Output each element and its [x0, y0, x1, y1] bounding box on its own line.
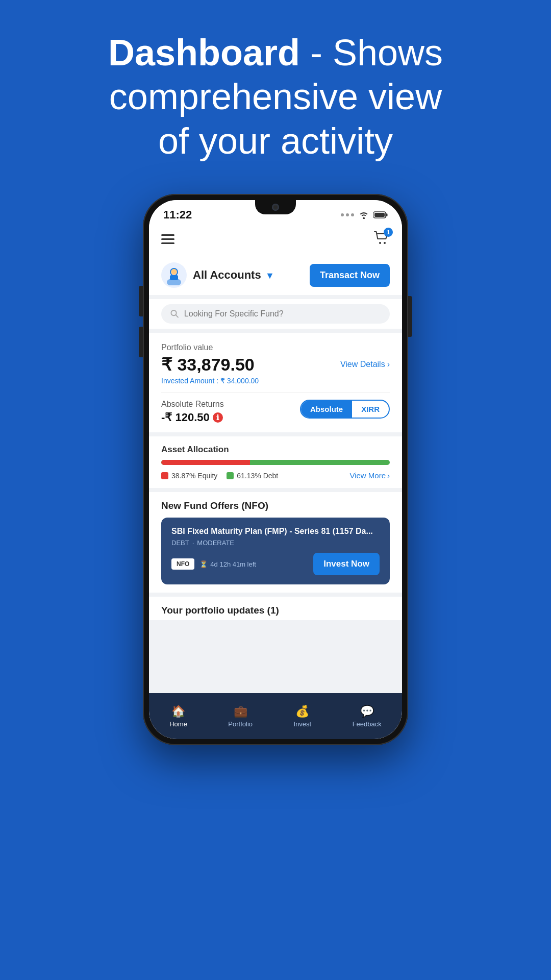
- nfo-tag-separator: ·: [192, 539, 194, 547]
- svg-rect-2: [374, 213, 385, 217]
- equity-bar: [161, 460, 250, 465]
- timer-icon: ⏳: [199, 560, 208, 568]
- chevron-right-icon: ›: [387, 360, 390, 369]
- account-avatar: [161, 262, 187, 288]
- nav-invest[interactable]: 💰 Invest: [294, 705, 312, 728]
- search-input-wrap: [161, 304, 390, 324]
- search-bar-container: [149, 299, 402, 329]
- portfolio-updates-title: Your portfolio updates (1): [161, 605, 390, 616]
- xirr-toggle[interactable]: XIRR: [352, 401, 389, 418]
- search-icon: [170, 309, 179, 318]
- phone-screen: 11:22: [149, 200, 402, 739]
- nfo-tag-moderate: MODERATE: [197, 539, 234, 547]
- view-details-button[interactable]: View Details ›: [340, 360, 390, 369]
- portfolio-icon: 💼: [234, 705, 247, 718]
- nav-feedback[interactable]: 💬 Feedback: [353, 705, 382, 728]
- nav-invest-label: Invest: [294, 720, 312, 728]
- nav-feedback-label: Feedback: [353, 720, 382, 728]
- svg-rect-8: [170, 275, 178, 280]
- nfo-badge: NFO: [171, 558, 194, 570]
- returns-value: -₹ 120.50 ℹ: [161, 411, 224, 424]
- absolute-toggle[interactable]: Absolute: [301, 401, 352, 418]
- invest-now-button[interactable]: Invest Now: [313, 553, 380, 575]
- account-name-wrapper[interactable]: All Accounts ▼: [193, 268, 274, 282]
- cart-badge: 1: [384, 228, 393, 237]
- wifi-icon: [358, 211, 369, 219]
- portfolio-updates-section: Your portfolio updates (1): [149, 597, 402, 620]
- chevron-right-icon-2: ›: [387, 471, 390, 480]
- nav-home-label: Home: [169, 720, 187, 728]
- allocation-bar: [161, 460, 390, 465]
- status-icons: [341, 211, 388, 219]
- nfo-tag-debt: DEBT: [171, 539, 189, 547]
- phone-shell: 11:22: [143, 194, 408, 745]
- nav-home[interactable]: 🏠 Home: [169, 705, 187, 728]
- equity-label: 38.87% Equity: [161, 472, 217, 480]
- header-bold: Dashboard: [108, 32, 300, 73]
- camera-icon: [272, 204, 279, 211]
- feedback-icon: 💬: [360, 705, 374, 718]
- transact-now-button[interactable]: Transact Now: [310, 264, 390, 287]
- account-row: All Accounts ▼ Transact Now: [149, 255, 402, 295]
- portfolio-label: Portfolio value: [161, 343, 390, 352]
- nav-portfolio-label: Portfolio: [228, 720, 253, 728]
- phone-mockup: 11:22: [143, 194, 408, 745]
- notch: [255, 200, 296, 214]
- equity-dot: [161, 472, 168, 479]
- battery-icon: [373, 211, 388, 219]
- header-section: Dashboard - Showscomprehensive viewof yo…: [0, 31, 551, 163]
- invest-icon: 💰: [295, 705, 309, 718]
- nfo-bottom: NFO ⏳ 4d 12h 41m left Invest Now: [171, 553, 380, 575]
- nfo-badge-row: NFO ⏳ 4d 12h 41m left: [171, 558, 256, 570]
- nfo-timer: ⏳ 4d 12h 41m left: [199, 560, 256, 568]
- svg-line-11: [176, 315, 178, 317]
- allocation-labels: 38.87% Equity 61.13% Debt View More ›: [161, 471, 390, 480]
- returns-left: Absolute Returns -₹ 120.50 ℹ: [161, 400, 224, 424]
- svg-point-4: [384, 242, 386, 244]
- cart-button[interactable]: 1: [373, 231, 390, 247]
- asset-allocation-section: Asset Allocation 38.87% Equity 61.13% De…: [149, 436, 402, 488]
- svg-point-9: [171, 269, 177, 274]
- signal-dots: [341, 213, 354, 216]
- nav-portfolio[interactable]: 💼 Portfolio: [228, 705, 253, 728]
- nfo-section: New Fund Offers (NFO) SBI Fixed Maturity…: [149, 492, 402, 593]
- portfolio-section: Portfolio value ₹ 33,879.50 View Details…: [149, 333, 402, 432]
- nfo-title: New Fund Offers (NFO): [161, 500, 390, 511]
- view-more-button[interactable]: View More ›: [349, 471, 390, 480]
- bottom-nav: 🏠 Home 💼 Portfolio 💰 Invest 💬 Feedback: [149, 693, 402, 739]
- home-icon: 🏠: [171, 705, 185, 718]
- portfolio-value-row: ₹ 33,879.50 View Details ›: [161, 354, 390, 375]
- account-name: All Accounts: [193, 268, 261, 281]
- debt-label: 61.13% Debt: [227, 472, 278, 480]
- svg-point-3: [379, 242, 381, 244]
- person-icon: [164, 265, 184, 285]
- returns-label: Absolute Returns: [161, 400, 224, 409]
- nfo-card: SBI Fixed Maturity Plan (FMP) - Series 8…: [161, 518, 390, 584]
- returns-toggle: Absolute XIRR: [300, 400, 390, 419]
- svg-rect-1: [386, 213, 388, 216]
- alloc-left: 38.87% Equity 61.13% Debt: [161, 472, 278, 480]
- chevron-down-icon: ▼: [265, 271, 274, 281]
- returns-row: Absolute Returns -₹ 120.50 ℹ Absolute XI…: [161, 400, 390, 424]
- invested-amount: Invested Amount : ₹ 34,000.00: [161, 377, 390, 385]
- divider: [161, 392, 390, 393]
- app-bar: 1: [149, 225, 402, 255]
- account-left: All Accounts ▼: [161, 262, 274, 288]
- hamburger-menu[interactable]: [161, 234, 174, 244]
- status-time: 11:22: [163, 208, 192, 222]
- asset-title: Asset Allocation: [161, 445, 390, 455]
- nfo-fund-name: SBI Fixed Maturity Plan (FMP) - Series 8…: [171, 527, 380, 536]
- negative-indicator: ℹ: [213, 412, 223, 423]
- nfo-tags: DEBT · MODERATE: [171, 539, 380, 547]
- portfolio-value: ₹ 33,879.50: [161, 354, 255, 375]
- search-input[interactable]: [184, 309, 381, 318]
- debt-dot: [227, 472, 234, 479]
